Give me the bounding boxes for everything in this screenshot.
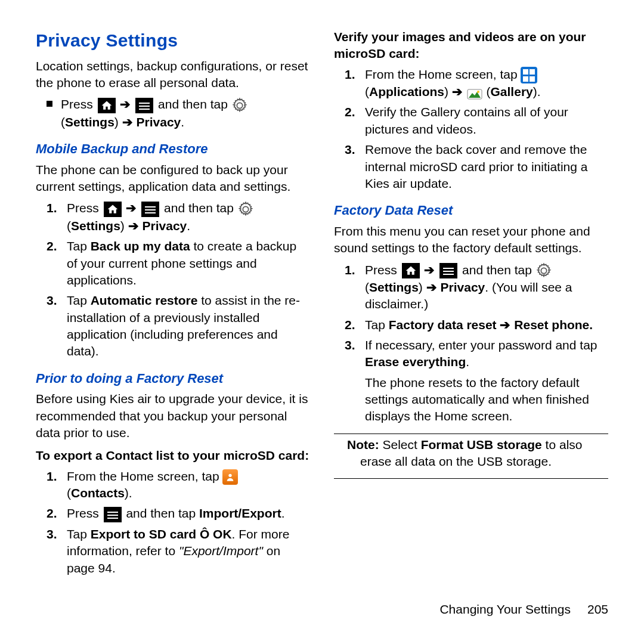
list-item: 3. Remove the back cover and remove the … [345, 141, 608, 192]
list-item: 2. Verify the Gallery contains all of yo… [345, 104, 608, 138]
menu-icon [439, 263, 457, 278]
privacy-bold: Privacy [143, 219, 187, 233]
export-steps: 1. From the Home screen, tap (Contacts).… [47, 468, 310, 577]
backup-steps: 1. Press ➔ and then tap (Settings) ➔ Pri… [47, 200, 310, 360]
step-number: 3. [345, 141, 358, 158]
list-item: 3. If necessary, enter your password and… [345, 337, 608, 425]
svg-point-0 [229, 474, 232, 477]
erase-everything: Erase everything [365, 355, 466, 369]
bullet-icon [47, 101, 52, 107]
prior-intro: Before using Kies air to upgrade your de… [36, 391, 310, 441]
home-icon [402, 263, 420, 278]
svg-point-2 [477, 91, 479, 93]
page-title: Privacy Settings [36, 29, 310, 53]
arrow-icon: ➔ [120, 97, 131, 111]
footer-page: 205 [587, 602, 608, 616]
list-item: 1. Press ➔ and then tap (Settings) ➔ Pri… [345, 262, 608, 313]
footer-section: Changing Your Settings [439, 602, 571, 616]
menu-icon [141, 202, 159, 217]
step-number: 2. [345, 317, 358, 333]
step-body: Tap Automatic restore to assist in the r… [67, 292, 310, 360]
tap-label: Tap [67, 293, 87, 307]
step-number: 2. [345, 104, 358, 120]
tap-label: Tap [365, 318, 385, 332]
page-footer: Changing Your Settings205 [0, 601, 644, 630]
step-body: Tap Back up my data to create a backup o… [67, 238, 310, 289]
note-text: Note: Select Format USB storage to also … [347, 436, 608, 470]
settings-bold: Settings [65, 115, 114, 129]
arrow-icon: ➔ [122, 115, 133, 129]
note-pre: Select [379, 438, 421, 451]
then-tap: and then tap [164, 201, 234, 215]
contacts-bold: Contacts [71, 486, 125, 500]
list-item: 3. Tap Export to SD card Ô OK. For more … [47, 526, 310, 577]
step-body: Press and then tap Import/Export. [67, 505, 310, 522]
list-item: 2. Tap Back up my data to create a backu… [47, 238, 310, 289]
step-body: From the Home screen, tap (Applications)… [365, 66, 608, 101]
privacy-bold: Privacy [137, 115, 181, 129]
arrow-icon: ➔ [126, 201, 137, 215]
gear-icon [231, 97, 248, 114]
gallery-icon [466, 86, 483, 100]
list-item: 1. From the Home screen, tap (Applicatio… [345, 66, 608, 101]
step-number: 2. [47, 505, 60, 522]
step-body: Press ➔ and then tap (Settings) ➔ Privac… [365, 262, 608, 313]
step-number: 3. [345, 337, 358, 354]
password-text: If necessary, enter your password and ta… [365, 338, 597, 352]
step-body: Tap Export to SD card Ô OK. For more inf… [67, 526, 310, 577]
arrow-icon: ➔ [452, 85, 463, 98]
note-prefix: Note: [347, 438, 379, 451]
verify-steps: 1. From the Home screen, tap (Applicatio… [345, 66, 608, 193]
step-body: If necessary, enter your password and ta… [365, 337, 608, 425]
factory-intro: From this menu you can reset your phone … [334, 223, 608, 257]
list-item: 2. Press and then tap Import/Export. [47, 505, 310, 522]
then-tap: and then tap [462, 263, 532, 277]
page-content: Privacy Settings Location settings, back… [0, 0, 644, 601]
apps-icon [521, 67, 537, 83]
settings-bold: Settings [71, 219, 120, 233]
menu-icon [135, 98, 153, 113]
backup-bold: Back up my data [91, 239, 190, 253]
list-item: 1. From the Home screen, tap (Contacts). [47, 468, 310, 502]
gear-icon [535, 262, 552, 279]
step-body: Tap Factory data reset ➔ Reset phone. [365, 317, 608, 333]
section-backup: Mobile Backup and Restore [36, 140, 310, 158]
step-number: 1. [345, 66, 358, 83]
section-prior: Prior to doing a Factory Reset [36, 370, 310, 388]
from-home: From the Home screen, tap [67, 469, 219, 483]
step-number: 1. [47, 468, 60, 485]
autorestore-bold: Automatic restore [91, 293, 198, 307]
factory-steps: 1. Press ➔ and then tap (Settings) ➔ Pri… [345, 262, 608, 425]
step-number: 1. [47, 200, 60, 216]
list-item: 1. Press ➔ and then tap (Settings) ➔ Pri… [47, 200, 310, 234]
applications-bold: Applications [369, 85, 444, 98]
reset-result: The phone resets to the factory default … [365, 374, 608, 425]
step-number: 1. [345, 262, 358, 278]
divider [334, 478, 608, 479]
gear-icon [237, 201, 254, 218]
arrow-icon: ➔ [424, 263, 435, 277]
verify-head: Verify your images and videos are on you… [334, 29, 608, 63]
remove-cover: Remove the back cover and remove the int… [365, 141, 608, 192]
tap-label: Tap [67, 239, 87, 253]
instruction-body: Press ➔ and then tap (Settings) ➔ Privac… [61, 96, 310, 131]
step-body: From the Home screen, tap (Contacts). [67, 468, 310, 502]
list-item: 3. Tap Automatic restore to assist in th… [47, 292, 310, 360]
step-number: 3. [47, 526, 60, 543]
import-export-bold: Import/Export [199, 506, 281, 520]
export-contacts-head: To export a Contact list to your microSD… [36, 447, 310, 464]
menu-icon [104, 507, 122, 522]
intro-text: Location settings, backup configurations… [36, 58, 310, 92]
contacts-icon [222, 469, 238, 485]
from-home: From the Home screen, tap [365, 67, 518, 81]
format-usb: Format USB storage [421, 438, 542, 451]
export-sd-bold: Export to SD card Ô OK [91, 527, 232, 541]
home-icon [98, 98, 116, 113]
press-label: Press [67, 201, 99, 215]
list-item: 2. Tap Factory data reset ➔ Reset phone. [345, 317, 608, 333]
step-number: 2. [47, 238, 60, 255]
tap-label: Tap [67, 527, 87, 541]
gallery-bold: Gallery [491, 85, 533, 98]
arrow-icon: ➔ [128, 219, 139, 233]
backup-intro: The phone can be configured to back up y… [36, 162, 310, 196]
